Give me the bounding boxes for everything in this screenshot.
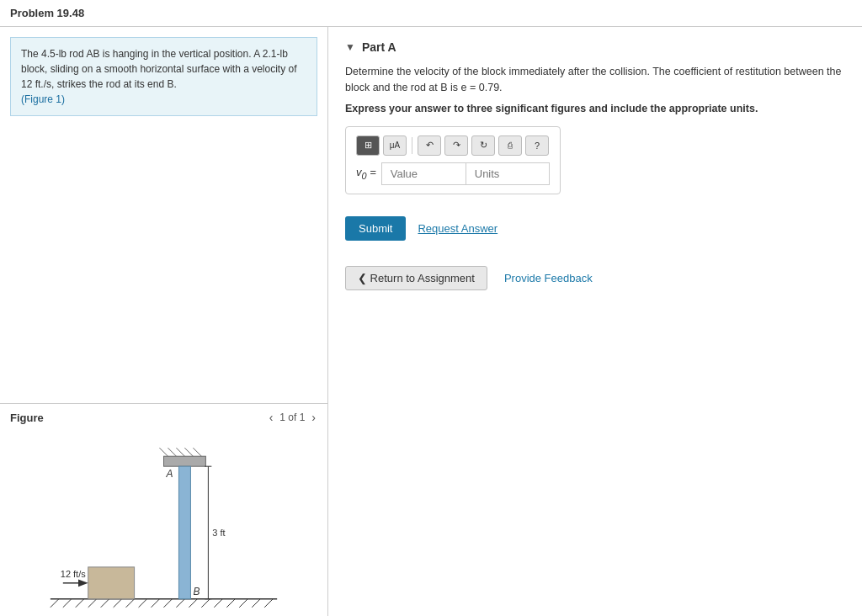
question-text: Determine the velocity of the block imme… <box>345 64 845 96</box>
figure-header: Figure ‹ 1 of 1 › <box>0 404 327 431</box>
svg-rect-19 <box>164 456 206 466</box>
svg-line-18 <box>264 599 273 608</box>
part-header: ▼ Part A <box>345 40 845 54</box>
figure-section: Figure ‹ 1 of 1 › <box>0 403 327 616</box>
toolbar: ⊞ μA ↶ ↷ ↻ ⎙ ? <box>356 135 550 156</box>
units-input[interactable] <box>466 162 550 185</box>
help-icon: ? <box>535 141 540 151</box>
svg-line-15 <box>226 599 235 608</box>
problem-description: The 4.5-lb rod AB is hanging in the vert… <box>21 48 297 90</box>
svg-line-1 <box>51 599 59 608</box>
svg-line-23 <box>184 448 193 456</box>
svg-line-3 <box>76 599 84 608</box>
grid-icon: ⊞ <box>364 140 372 151</box>
svg-line-24 <box>193 448 201 456</box>
figure-next-button[interactable]: › <box>310 411 317 424</box>
svg-line-11 <box>176 599 184 608</box>
problem-text-box: The 4.5-lb rod AB is hanging in the vert… <box>10 37 317 116</box>
figure-svg: A B 3 ft <box>0 431 327 616</box>
svg-rect-32 <box>88 567 135 599</box>
input-label: v0 = <box>356 166 376 181</box>
svg-line-5 <box>101 599 109 608</box>
svg-line-6 <box>114 599 122 608</box>
toolbar-separator <box>412 137 412 154</box>
figure-nav-label: 1 of 1 <box>279 412 305 423</box>
svg-line-12 <box>189 599 197 608</box>
svg-text:A: A <box>165 468 173 480</box>
answer-box: ⊞ μA ↶ ↷ ↻ ⎙ ? <box>345 126 561 194</box>
svg-line-4 <box>88 599 97 608</box>
page-title: Problem 19.48 <box>0 0 862 27</box>
svg-rect-25 <box>178 466 190 599</box>
feedback-link[interactable]: Provide Feedback <box>504 272 593 284</box>
action-row: Submit Request Answer <box>345 216 845 241</box>
svg-line-10 <box>164 599 173 608</box>
value-input[interactable] <box>381 162 466 185</box>
mu-icon: μA <box>390 141 400 150</box>
input-row: v0 = <box>356 162 550 185</box>
keyboard-icon: ⎙ <box>508 141 513 150</box>
submit-button[interactable]: Submit <box>345 216 406 241</box>
svg-text:B: B <box>193 586 200 597</box>
svg-line-2 <box>63 599 72 608</box>
redo-icon: ↷ <box>453 140 460 151</box>
refresh-icon: ↻ <box>480 140 487 151</box>
left-panel: The 4.5-lb rod AB is hanging in the vert… <box>0 27 328 616</box>
collapse-arrow-icon[interactable]: ▼ <box>345 41 355 53</box>
svg-text:12 ft/s: 12 ft/s <box>61 569 86 579</box>
return-button[interactable]: ❮ Return to Assignment <box>345 266 487 290</box>
grid-tool-button[interactable]: ⊞ <box>356 135 380 156</box>
undo-button[interactable]: ↶ <box>418 135 441 156</box>
figure-canvas: A B 3 ft <box>0 431 327 616</box>
figure-nav: ‹ 1 of 1 › <box>268 411 317 424</box>
svg-line-22 <box>176 448 184 456</box>
svg-line-16 <box>239 599 247 608</box>
mu-tool-button[interactable]: μA <box>383 135 407 156</box>
svg-line-7 <box>126 599 135 608</box>
refresh-button[interactable]: ↻ <box>471 135 495 156</box>
bottom-actions: ❮ Return to Assignment Provide Feedback <box>345 266 845 290</box>
request-answer-button[interactable]: Request Answer <box>418 222 498 235</box>
svg-line-20 <box>160 448 168 456</box>
redo-button[interactable]: ↷ <box>444 135 468 156</box>
figure-prev-button[interactable]: ‹ <box>268 411 275 424</box>
keyboard-button[interactable]: ⎙ <box>498 135 522 156</box>
svg-line-13 <box>201 599 210 608</box>
svg-line-21 <box>168 448 176 456</box>
figure-title: Figure <box>10 412 44 424</box>
figure-link[interactable]: (Figure 1) <box>21 93 65 105</box>
svg-line-14 <box>214 599 222 608</box>
undo-icon: ↶ <box>426 140 434 151</box>
svg-line-17 <box>252 599 260 608</box>
help-button[interactable]: ? <box>525 135 549 156</box>
svg-text:3 ft: 3 ft <box>212 528 225 538</box>
part-label: Part A <box>362 40 396 54</box>
question-instruction: Express your answer to three significant… <box>345 103 845 114</box>
svg-line-9 <box>152 599 160 608</box>
right-panel: ▼ Part A Determine the velocity of the b… <box>328 27 862 616</box>
svg-line-8 <box>139 599 147 608</box>
